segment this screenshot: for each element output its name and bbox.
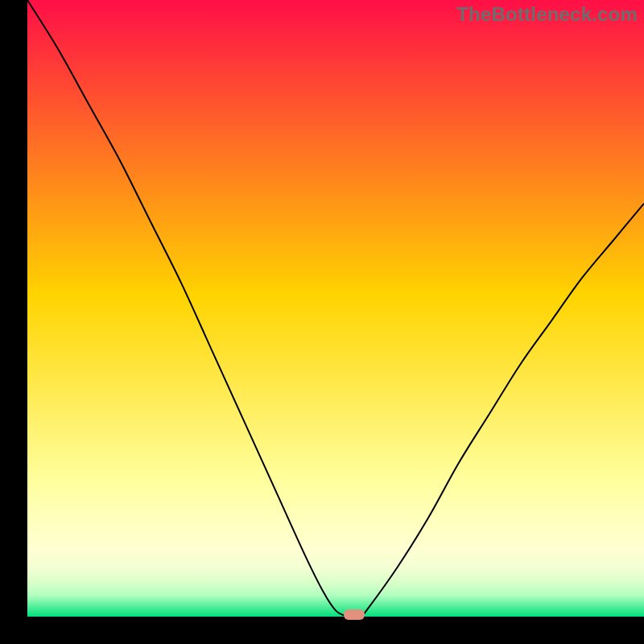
plot-background <box>27 0 644 617</box>
watermark-text: TheBottleneck.com <box>456 3 638 26</box>
bottleneck-chart <box>0 0 644 644</box>
optimal-point-marker <box>344 609 365 620</box>
chart-container: TheBottleneck.com <box>0 0 644 644</box>
